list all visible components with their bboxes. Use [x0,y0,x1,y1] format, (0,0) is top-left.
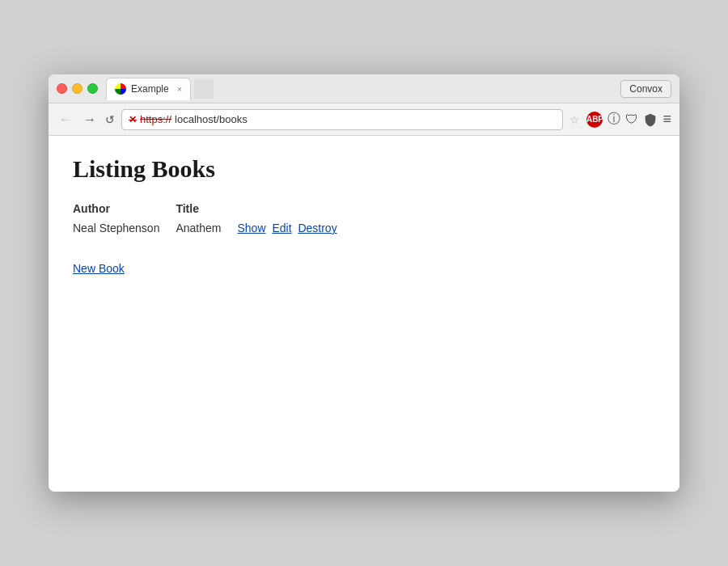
book-title: Anathem [176,218,237,238]
minimize-button[interactable] [72,83,83,94]
url-https: https:// [140,113,171,125]
actions-column-header [237,199,356,218]
destroy-link[interactable]: Destroy [298,222,336,234]
active-tab[interactable]: Example × [106,78,191,100]
traffic-lights [57,83,98,94]
convox-button[interactable]: Convox [620,80,671,98]
menu-icon[interactable]: ≡ [662,111,671,128]
toolbar-icons: ABP ⓘ 🛡 ≡ [586,111,671,128]
close-button[interactable] [57,83,67,94]
abp-icon[interactable]: ABP [586,112,603,128]
book-actions: Show Edit Destroy [237,218,356,238]
tab-label: Example [131,83,169,95]
back-button[interactable]: ← [57,112,74,127]
url-path: localhost/books [175,113,248,125]
book-author: Neal Stephenson [73,218,176,238]
bookmark-icon[interactable]: ☆ [569,113,580,126]
edit-link[interactable]: Edit [272,222,291,234]
extension-icon[interactable]: 🛡 [625,112,638,127]
books-table: Author Title Neal Stephenson Anathem Sho… [73,199,357,238]
new-tab-button[interactable] [194,79,214,99]
show-link[interactable]: Show [237,222,265,234]
refresh-button[interactable]: ↺ [105,113,115,126]
author-column-header: Author [73,199,176,218]
tab-close-button[interactable]: × [177,84,182,94]
info-icon[interactable]: ⓘ [607,111,620,128]
insecure-icon: ✕ [129,114,137,125]
page-content: Listing Books Author Title Neal Stephens… [49,136,679,492]
tab-favicon [115,83,126,95]
url-bar[interactable]: ✕ https://localhost/books [121,109,563,130]
browser-window: Example × Convox ← → ↺ ✕ https://localho… [49,74,679,492]
address-bar: ← → ↺ ✕ https://localhost/books ☆ ABP ⓘ … [49,103,679,136]
table-row: Neal Stephenson Anathem Show Edit Destro… [73,218,357,238]
new-book-link[interactable]: New Book [73,262,125,275]
forward-button[interactable]: → [81,112,99,127]
title-bar: Example × Convox [49,74,679,103]
page-title: Listing Books [73,155,655,183]
shield-icon[interactable] [643,112,658,127]
title-column-header: Title [176,199,237,218]
tab-bar: Example × [106,78,620,99]
maximize-button[interactable] [87,83,98,94]
